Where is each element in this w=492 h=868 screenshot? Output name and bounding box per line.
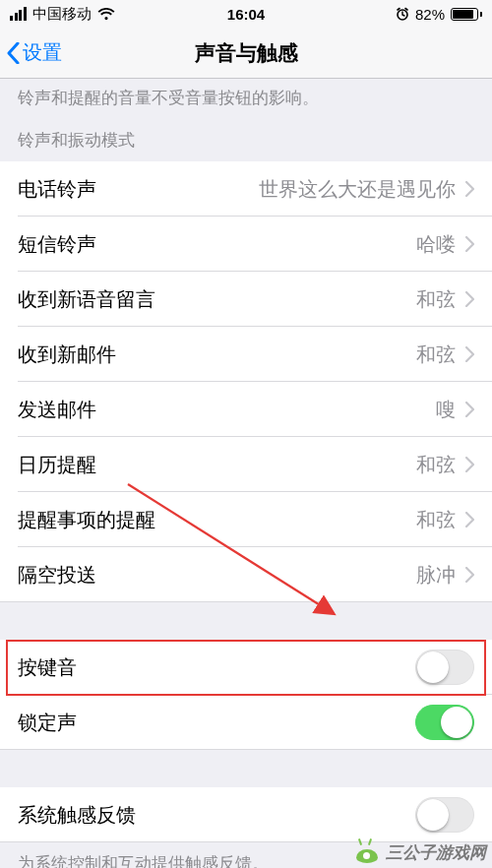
row-value: 嗖 (436, 397, 456, 423)
row-label: 短信铃声 (18, 231, 96, 258)
volume-btn-description: 铃声和提醒的音量不受音量按钮的影响。 (0, 79, 492, 123)
row-label: 收到新邮件 (18, 341, 116, 368)
row-calendar-alert[interactable]: 日历提醒 和弦 (0, 437, 492, 492)
watermark: 三公子游戏网 (354, 841, 486, 864)
row-value: 和弦 (416, 286, 456, 313)
alarm-icon (396, 7, 409, 21)
nav-bar: 设置 声音与触感 (0, 28, 492, 79)
toggle-system-haptics[interactable] (415, 797, 474, 833)
row-value: 世界这么大还是遇见你 (259, 176, 456, 203)
row-text-tone[interactable]: 短信铃声 哈喽 (0, 217, 492, 272)
signal-icon (10, 7, 27, 21)
status-right: 82% (396, 6, 482, 23)
row-label: 发送邮件 (18, 397, 96, 423)
row-airdrop[interactable]: 隔空投送 脉冲 (0, 547, 492, 602)
chevron-right-icon (465, 236, 474, 252)
chevron-right-icon (465, 402, 474, 417)
toggle-keyboard-clicks[interactable] (415, 650, 474, 685)
toggle-lock-sound[interactable] (415, 705, 474, 740)
back-button[interactable]: 设置 (6, 28, 62, 78)
row-new-voicemail[interactable]: 收到新语音留言 和弦 (0, 272, 492, 327)
chevron-right-icon (465, 567, 474, 583)
row-reminder-alert[interactable]: 提醒事项的提醒 和弦 (0, 492, 492, 547)
ringtone-group: 电话铃声 世界这么大还是遇见你 短信铃声 哈喽 收到新语音留言 和弦 收到新邮件… (0, 161, 492, 602)
row-keyboard-clicks: 按键音 (0, 640, 492, 695)
chevron-right-icon (465, 457, 474, 472)
row-label: 收到新语音留言 (18, 286, 155, 313)
row-new-mail[interactable]: 收到新邮件 和弦 (0, 327, 492, 382)
status-bar: 中国移动 16:04 82% (0, 0, 492, 28)
watermark-logo-icon (354, 843, 380, 863)
row-value: 和弦 (416, 341, 456, 368)
battery-pct: 82% (415, 6, 445, 23)
row-label: 锁定声 (18, 710, 77, 736)
carrier-label: 中国移动 (32, 5, 92, 24)
chevron-right-icon (465, 181, 474, 197)
row-value: 和弦 (416, 507, 456, 533)
row-label: 提醒事项的提醒 (18, 507, 155, 533)
watermark-text: 三公子游戏网 (386, 841, 486, 864)
page-title: 声音与触感 (195, 39, 298, 67)
row-label: 隔空投送 (18, 562, 96, 589)
chevron-right-icon (465, 291, 474, 307)
status-left: 中国移动 (10, 5, 115, 24)
row-phone-ringtone[interactable]: 电话铃声 世界这么大还是遇见你 (0, 161, 492, 217)
chevron-right-icon (465, 512, 474, 527)
row-label: 日历提醒 (18, 452, 96, 478)
row-label: 系统触感反馈 (18, 802, 136, 829)
row-value: 和弦 (416, 452, 456, 478)
back-label: 设置 (23, 39, 62, 66)
chevron-right-icon (465, 346, 474, 362)
row-label: 电话铃声 (18, 176, 96, 203)
row-system-haptics: 系统触感反馈 (0, 787, 492, 842)
row-value: 脉冲 (416, 562, 456, 589)
sounds-toggle-group: 按键音 锁定声 (0, 640, 492, 750)
section-header-ringtones: 铃声和振动模式 (0, 123, 492, 161)
row-label: 按键音 (18, 654, 77, 681)
chevron-left-icon (6, 42, 21, 64)
wifi-icon (97, 8, 115, 21)
row-value: 哈喽 (416, 231, 456, 258)
row-lock-sound: 锁定声 (0, 695, 492, 750)
row-sent-mail[interactable]: 发送邮件 嗖 (0, 382, 492, 437)
battery-icon (451, 8, 482, 21)
haptics-toggle-group: 系统触感反馈 (0, 787, 492, 842)
